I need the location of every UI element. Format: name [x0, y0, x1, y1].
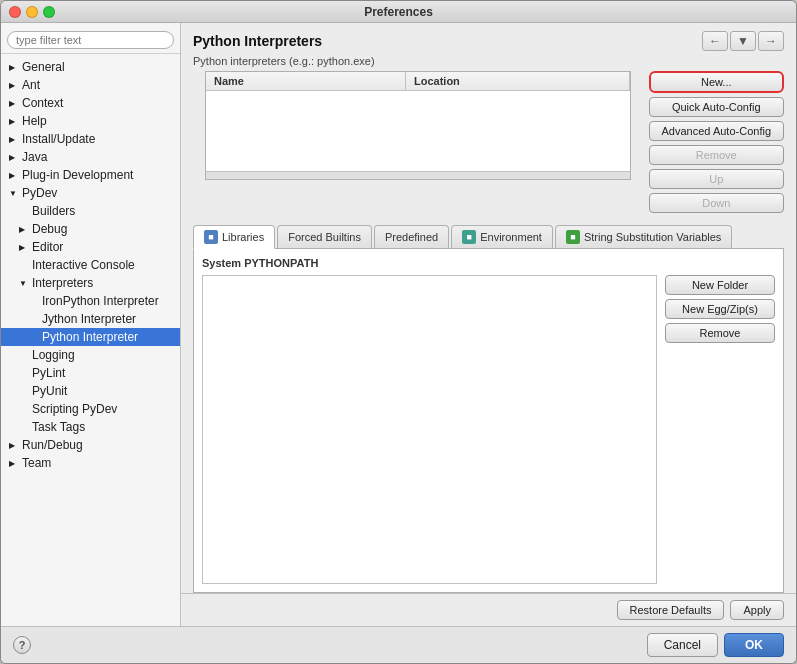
sidebar-item-label: Install/Update	[22, 132, 95, 146]
tab-libraries[interactable]: ■ Libraries	[193, 225, 275, 249]
sidebar-item-interactive-console[interactable]: Interactive Console	[1, 256, 180, 274]
sidebar-item-label: Logging	[32, 348, 75, 362]
sidebar-item-label: PyLint	[32, 366, 65, 380]
path-remove-button[interactable]: Remove	[665, 323, 775, 343]
nav-forward-button[interactable]: →	[758, 31, 784, 51]
quick-auto-config-button[interactable]: Quick Auto-Config	[649, 97, 784, 117]
sidebar-item-run-debug[interactable]: ▶Run/Debug	[1, 436, 180, 454]
tab-forced-builtins[interactable]: Forced Builtins	[277, 225, 372, 248]
tab-environment[interactable]: ■ Environment	[451, 225, 553, 248]
new-folder-button[interactable]: New Folder	[665, 275, 775, 295]
arrow-icon: ▶	[19, 225, 29, 234]
help-button[interactable]: ?	[13, 636, 31, 654]
sidebar-item-jython-interpreter[interactable]: Jython Interpreter	[1, 310, 180, 328]
arrow-icon: ▶	[19, 243, 29, 252]
cancel-button[interactable]: Cancel	[647, 633, 718, 657]
interpreters-row: Name Location New... Quick Auto-Config A…	[193, 71, 784, 213]
sidebar-item-label: Interpreters	[32, 276, 93, 290]
sidebar-item-java[interactable]: ▶Java	[1, 148, 180, 166]
arrow-icon: ▶	[9, 63, 19, 72]
arrow-icon: ▶	[9, 459, 19, 468]
sidebar-item-label: Help	[22, 114, 47, 128]
scrollbar	[206, 171, 630, 179]
tab-libraries-label: Libraries	[222, 231, 264, 243]
arrow-icon: ▶	[9, 135, 19, 144]
down-button[interactable]: Down	[649, 193, 784, 213]
pythonpath-list[interactable]	[202, 275, 657, 584]
apply-button[interactable]: Apply	[730, 600, 784, 620]
sidebar-item-pylint[interactable]: PyLint	[1, 364, 180, 382]
sidebar-item-pyunit[interactable]: PyUnit	[1, 382, 180, 400]
tabs-bar: ■ Libraries Forced Builtins Predefined ■…	[193, 225, 784, 249]
sidebar-item-label: General	[22, 60, 65, 74]
arrow-icon: ▶	[9, 117, 19, 126]
tabs-area: ■ Libraries Forced Builtins Predefined ■…	[193, 225, 784, 593]
footer-right-buttons: Cancel OK	[647, 633, 784, 657]
sidebar-item-pydev[interactable]: ▼PyDev	[1, 184, 180, 202]
new-egg-zip-button[interactable]: New Egg/Zip(s)	[665, 299, 775, 319]
advanced-auto-config-button[interactable]: Advanced Auto-Config	[649, 121, 784, 141]
sidebar-item-label: Debug	[32, 222, 67, 236]
tab-string-substitution[interactable]: ■ String Substitution Variables	[555, 225, 732, 248]
sidebar-item-context[interactable]: ▶Context	[1, 94, 180, 112]
filter-input[interactable]	[7, 31, 174, 49]
nav-back-button[interactable]: ←	[702, 31, 728, 51]
pythonpath-area: New Folder New Egg/Zip(s) Remove	[202, 275, 775, 584]
sidebar-item-general[interactable]: ▶General	[1, 58, 180, 76]
restore-defaults-button[interactable]: Restore Defaults	[617, 600, 725, 620]
right-panel: Python Interpreters ← ▼ → Python interpr…	[181, 23, 796, 626]
nav-arrows: ← ▼ →	[702, 31, 784, 51]
nav-dropdown-button[interactable]: ▼	[730, 31, 756, 51]
footer-bar: ? Cancel OK	[1, 626, 796, 663]
environment-icon: ■	[462, 230, 476, 244]
sidebar-item-install-update[interactable]: ▶Install/Update	[1, 130, 180, 148]
sidebar-item-label: Builders	[32, 204, 75, 218]
close-button[interactable]	[9, 6, 21, 18]
title-bar: Preferences	[1, 1, 796, 23]
maximize-button[interactable]	[43, 6, 55, 18]
sidebar-item-label: Jython Interpreter	[42, 312, 136, 326]
sidebar-item-editor[interactable]: ▶Editor	[1, 238, 180, 256]
tab-predefined-label: Predefined	[385, 231, 438, 243]
sidebar-item-label: Editor	[32, 240, 63, 254]
interpreter-buttons: New... Quick Auto-Config Advanced Auto-C…	[643, 71, 784, 213]
sidebar-item-help[interactable]: ▶Help	[1, 112, 180, 130]
sidebar-item-ironpython-interpreter[interactable]: IronPython Interpreter	[1, 292, 180, 310]
minimize-button[interactable]	[26, 6, 38, 18]
table-header: Name Location	[206, 72, 630, 91]
sidebar-item-logging[interactable]: Logging	[1, 346, 180, 364]
sidebar-item-label: Plug-in Development	[22, 168, 133, 182]
ok-button[interactable]: OK	[724, 633, 784, 657]
sidebar-item-team[interactable]: ▶Team	[1, 454, 180, 472]
main-content: ▶General▶Ant▶Context▶Help▶Install/Update…	[1, 23, 796, 626]
panel-title: Python Interpreters	[193, 33, 322, 49]
table-body[interactable]	[206, 91, 630, 171]
sidebar-item-ant[interactable]: ▶Ant	[1, 76, 180, 94]
filter-wrapper	[1, 27, 180, 54]
col-location: Location	[406, 72, 630, 90]
sidebar-item-label: Run/Debug	[22, 438, 83, 452]
up-button[interactable]: Up	[649, 169, 784, 189]
sidebar-item-scripting-pydev[interactable]: Scripting PyDev	[1, 400, 180, 418]
interpreters-label: Python interpreters (e.g.: python.exe)	[181, 55, 796, 67]
sidebar-item-builders[interactable]: Builders	[1, 202, 180, 220]
pythonpath-buttons: New Folder New Egg/Zip(s) Remove	[665, 275, 775, 584]
tab-string-sub-label: String Substitution Variables	[584, 231, 721, 243]
sidebar-item-debug[interactable]: ▶Debug	[1, 220, 180, 238]
sidebar-item-python-interpreter[interactable]: Python Interpreter	[1, 328, 180, 346]
tab-predefined[interactable]: Predefined	[374, 225, 449, 248]
remove-button[interactable]: Remove	[649, 145, 784, 165]
col-name: Name	[206, 72, 406, 90]
sidebar-item-task-tags[interactable]: Task Tags	[1, 418, 180, 436]
window-title: Preferences	[364, 5, 433, 19]
tab-forced-builtins-label: Forced Builtins	[288, 231, 361, 243]
sidebar: ▶General▶Ant▶Context▶Help▶Install/Update…	[1, 23, 181, 626]
sidebar-item-label: Interactive Console	[32, 258, 135, 272]
arrow-icon: ▼	[9, 189, 19, 198]
sidebar-tree: ▶General▶Ant▶Context▶Help▶Install/Update…	[1, 58, 180, 472]
new-button[interactable]: New...	[649, 71, 784, 93]
preferences-window: Preferences ▶General▶Ant▶Context▶Help▶In…	[0, 0, 797, 664]
arrow-icon: ▶	[9, 99, 19, 108]
sidebar-item-plugin-dev[interactable]: ▶Plug-in Development	[1, 166, 180, 184]
sidebar-item-interpreters[interactable]: ▼Interpreters	[1, 274, 180, 292]
